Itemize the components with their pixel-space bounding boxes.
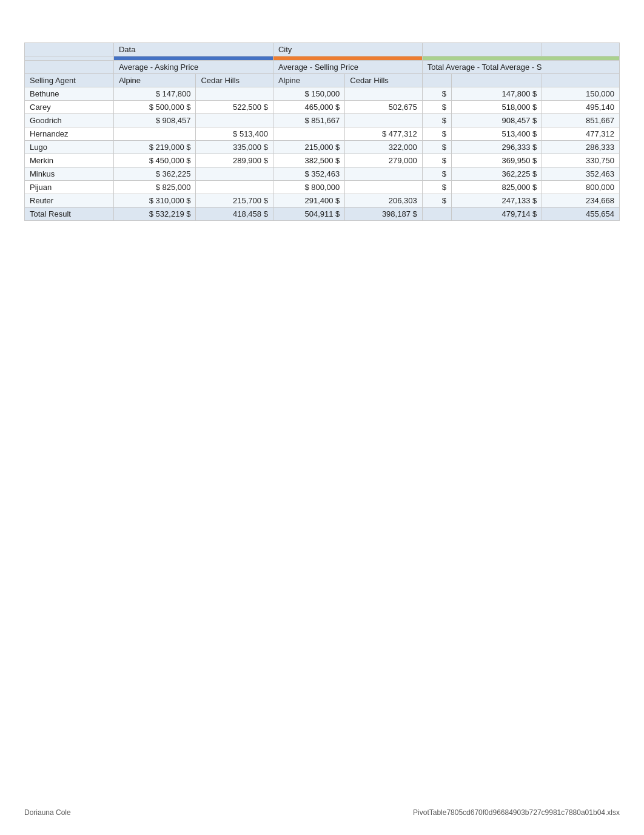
total-avg-header: Total Average - Total Average - S <box>422 61 619 74</box>
accent-asking <box>113 56 273 61</box>
asking-alpine-col: Alpine <box>113 74 196 87</box>
pivot-table: Data City Average - Asking Price Average… <box>24 42 620 221</box>
accent-corner <box>25 56 114 61</box>
table-row: Goodrich$ 908,457$ 851,667$908,457 $851,… <box>25 114 620 127</box>
selling-agent-col: Selling Agent <box>25 74 114 87</box>
selling-agent-label <box>25 61 114 74</box>
asking-cedar-col: Cedar Hills <box>196 74 273 87</box>
total-alpine-col <box>452 74 542 87</box>
table-row: Minkus$ 362,225$ 352,463$362,225 $352,46… <box>25 167 620 181</box>
footer-right: PivotTable7805cd670f0d96684903b727c9981c… <box>413 808 620 817</box>
empty-header2 <box>542 43 620 56</box>
selling-alpine-col: Alpine <box>273 74 344 87</box>
total-cedar-col <box>542 74 620 87</box>
avg-asking-header: Average - Asking Price <box>113 61 273 74</box>
table-row: Carey$ 500,000 $522,500 $465,000 $502,67… <box>25 101 620 114</box>
empty-header <box>422 43 542 56</box>
table-row: Reuter$ 310,000 $215,700 $291,400 $206,3… <box>25 194 620 208</box>
table-row: Total Result$ 532,219 $418,458 $504,911 … <box>25 208 620 221</box>
total-dollar-col <box>422 74 451 87</box>
table-row: Hernandez$ 513,400$ 477,312$513,400 $477… <box>25 127 620 141</box>
accent-selling <box>273 56 422 61</box>
avg-selling-header: Average - Selling Price <box>273 61 422 74</box>
footer-left: Doriauna Cole <box>24 808 71 817</box>
data-header: Data <box>113 43 273 56</box>
corner-cell <box>25 43 114 56</box>
table-row: Merkin$ 450,000 $289,900 $382,500 $279,0… <box>25 154 620 167</box>
selling-cedar-col: Cedar Hills <box>345 74 422 87</box>
city-header: City <box>273 43 422 56</box>
table-row: Bethune$ 147,800$ 150,000$147,800 $150,0… <box>25 87 620 101</box>
accent-total <box>422 56 619 61</box>
table-row: Lugo$ 219,000 $335,000 $215,000 $322,000… <box>25 141 620 154</box>
table-row: Pijuan$ 825,000$ 800,000$825,000 $800,00… <box>25 181 620 194</box>
footer: Doriauna Cole PivotTable7805cd670f0d9668… <box>24 808 620 817</box>
